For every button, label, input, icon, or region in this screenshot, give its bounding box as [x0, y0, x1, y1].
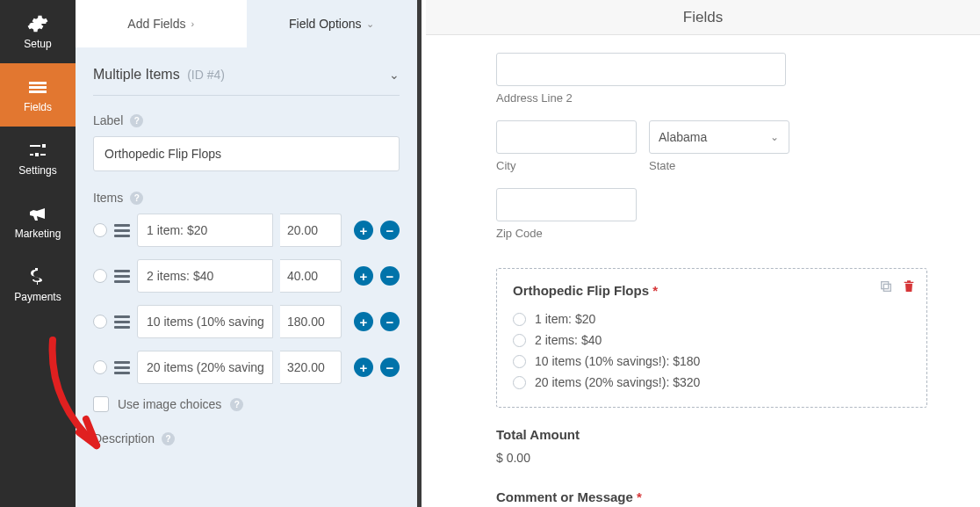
- preview-panel: Fields Address Line 2 City ⌄ State Zip C…: [426, 0, 980, 507]
- item-row: + −: [93, 351, 400, 384]
- preview-title: Orthopedic Flip Flops *: [513, 283, 911, 298]
- nav-label: Payments: [14, 291, 61, 303]
- remove-item-button[interactable]: −: [380, 266, 400, 286]
- item-id: (ID #4): [187, 68, 225, 82]
- label-text: Items: [93, 191, 123, 205]
- zip-input[interactable]: [496, 188, 637, 221]
- preview-option[interactable]: 2 items: $40: [513, 330, 911, 351]
- default-radio[interactable]: [93, 269, 107, 283]
- item-row: + −: [93, 214, 400, 247]
- svg-rect-0: [29, 82, 47, 84]
- section-label: Items ?: [93, 191, 400, 205]
- image-choices-checkbox[interactable]: [93, 396, 109, 412]
- item-name-input[interactable]: [137, 214, 273, 247]
- zip-label: Zip Code: [496, 227, 637, 240]
- chevron-down-icon: ⌄: [366, 18, 374, 30]
- default-radio[interactable]: [93, 223, 107, 237]
- drag-handle-icon[interactable]: [114, 224, 130, 237]
- preview-option[interactable]: 1 item: $20: [513, 308, 911, 330]
- radio-icon: [513, 313, 526, 326]
- add-item-button[interactable]: +: [354, 266, 373, 286]
- items-list: + − + − + −: [93, 214, 400, 384]
- item-row: + −: [93, 259, 400, 293]
- drag-handle-icon[interactable]: [114, 361, 130, 374]
- chevron-down-icon[interactable]: ⌄: [389, 68, 400, 82]
- radio-icon: [513, 376, 526, 389]
- add-item-button[interactable]: +: [354, 358, 373, 377]
- nav-label: Fields: [24, 101, 52, 113]
- help-icon[interactable]: ?: [230, 398, 243, 411]
- main-nav: Setup Fields Settings Marketing Payments: [0, 0, 76, 507]
- nav-settings[interactable]: Settings: [0, 127, 76, 190]
- state-label: State: [649, 159, 789, 172]
- total-label: Total Amount: [496, 427, 927, 442]
- label-text: Description: [93, 431, 155, 445]
- comment-block: Comment or Message *: [496, 489, 927, 507]
- default-radio[interactable]: [93, 315, 107, 329]
- sliders-icon: [27, 140, 48, 161]
- total-block: Total Amount $ 0.00: [496, 427, 927, 465]
- item-row: + −: [93, 305, 400, 338]
- dollar-icon: [27, 266, 48, 287]
- panel-body: Multiple Items (ID #4) ⌄ Label ? Items ?…: [76, 47, 417, 454]
- item-name-input[interactable]: [137, 259, 273, 293]
- city-label: City: [496, 159, 637, 172]
- label-text: Label: [93, 113, 123, 127]
- nav-label: Marketing: [15, 228, 61, 240]
- drag-handle-icon[interactable]: [114, 270, 130, 283]
- duplicate-icon[interactable]: [879, 279, 893, 293]
- add-item-button[interactable]: +: [354, 312, 373, 331]
- nav-marketing[interactable]: Marketing: [0, 190, 76, 253]
- nav-fields[interactable]: Fields: [0, 63, 76, 127]
- help-icon[interactable]: ?: [130, 192, 143, 205]
- state-select[interactable]: [649, 120, 789, 154]
- svg-rect-1: [29, 86, 47, 89]
- item-header[interactable]: Multiple Items (ID #4) ⌄: [93, 67, 400, 96]
- add-item-button[interactable]: +: [354, 221, 373, 240]
- remove-item-button[interactable]: −: [380, 312, 400, 331]
- remove-item-button[interactable]: −: [380, 221, 400, 240]
- item-price-input[interactable]: [280, 351, 342, 384]
- item-name-input[interactable]: [137, 351, 273, 384]
- item-price-input[interactable]: [280, 259, 342, 293]
- preview-option[interactable]: 20 items (20% savings!): $320: [513, 372, 911, 393]
- preview-option[interactable]: 10 items (10% savings!): $180: [513, 351, 911, 372]
- chevron-right-icon: ›: [191, 18, 194, 29]
- image-choices-label: Use image choices: [118, 397, 221, 411]
- list-icon: [27, 76, 48, 98]
- help-icon[interactable]: ?: [162, 432, 175, 445]
- default-radio[interactable]: [93, 360, 107, 374]
- field-options-panel: Add Fields › Field Options ⌄ Multiple It…: [76, 0, 422, 507]
- label-input[interactable]: [93, 136, 400, 171]
- radio-icon: [513, 355, 526, 368]
- address-line2-input[interactable]: [496, 53, 786, 86]
- bullhorn-icon: [27, 203, 48, 224]
- preview-header: Fields: [426, 0, 980, 35]
- svg-rect-4: [882, 282, 889, 289]
- drag-handle-icon[interactable]: [114, 315, 130, 329]
- gear-icon: [27, 13, 48, 34]
- trash-icon[interactable]: [902, 279, 916, 293]
- item-price-input[interactable]: [280, 214, 342, 247]
- help-icon[interactable]: ?: [130, 114, 143, 127]
- total-value: $ 0.00: [496, 451, 927, 465]
- item-name-input[interactable]: [137, 305, 273, 338]
- tab-label: Field Options: [289, 17, 361, 31]
- city-input[interactable]: [496, 120, 637, 154]
- radio-icon: [513, 334, 526, 347]
- svg-rect-3: [883, 284, 890, 291]
- tab-add-fields[interactable]: Add Fields ›: [76, 0, 247, 47]
- tab-field-options[interactable]: Field Options ⌄: [247, 0, 418, 47]
- nav-label: Setup: [24, 38, 51, 50]
- multiple-items-preview[interactable]: Orthopedic Flip Flops * 1 item: $20 2 it…: [496, 268, 927, 408]
- item-price-input[interactable]: [280, 305, 342, 338]
- image-choices-row: Use image choices ?: [93, 396, 400, 412]
- remove-item-button[interactable]: −: [380, 358, 400, 377]
- nav-setup[interactable]: Setup: [0, 0, 76, 63]
- nav-payments[interactable]: Payments: [0, 253, 76, 316]
- nav-label: Settings: [18, 164, 56, 177]
- svg-rect-2: [29, 91, 47, 93]
- tab-label: Add Fields: [127, 17, 185, 31]
- panel-tabs: Add Fields › Field Options ⌄: [76, 0, 417, 47]
- section-label: Description ?: [93, 431, 400, 445]
